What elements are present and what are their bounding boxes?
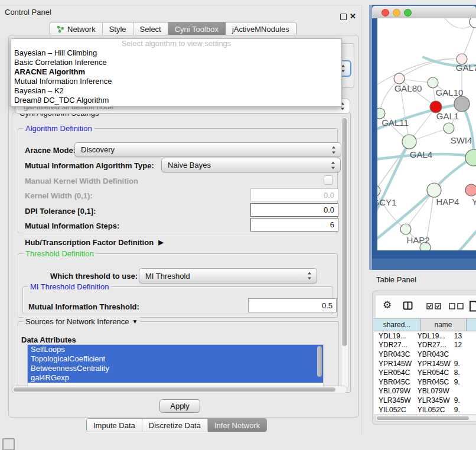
- hub-definition-section[interactable]: Hub/Transcription Factor Definition ▶: [25, 238, 164, 247]
- column-header-name[interactable]: name: [420, 318, 467, 331]
- list-scrollbar-thumb[interactable]: [317, 346, 322, 377]
- table-row[interactable]: YPR145WYPR145W9.: [374, 359, 476, 369]
- tab-label: Select: [140, 25, 161, 34]
- algorithm-item-dream8-dc-tdc-algorithm[interactable]: Dream8 DC_TDC Algorithm: [11, 96, 341, 105]
- column-view-icon[interactable]: [403, 301, 413, 311]
- kernel-width-label: Kernel Width (0,1):: [25, 191, 93, 200]
- cell-name: YBR043C: [413, 350, 452, 358]
- gear-icon[interactable]: ⚙: [383, 299, 392, 311]
- network-canvas[interactable]: GAL7GAL80GAL10GAL1GAL11GAL4SWI4GCY1HAP4Y…: [377, 18, 476, 250]
- mi-steps-field[interactable]: 6: [250, 218, 338, 231]
- network-node[interactable]: [394, 73, 405, 84]
- mi-threshold-field[interactable]: 0.5: [248, 298, 337, 312]
- network-edge: [377, 191, 406, 229]
- float-window-icon[interactable]: [340, 14, 347, 20]
- table-row[interactable]: YBR045CYBR045C9.: [374, 377, 476, 387]
- mi-algorithm-type-combo[interactable]: Naive Bayes: [161, 158, 341, 172]
- popup-placeholder: Select algorithm to view settings: [11, 39, 341, 48]
- attribute-item-topologicalcoefficient[interactable]: TopologicalCoefficient: [28, 354, 323, 364]
- table-row[interactable]: YER054CYER054C8.: [374, 368, 476, 377]
- table-hscrollbar-thumb[interactable]: [377, 416, 469, 420]
- table-row[interactable]: YBL079WYBL079W: [374, 387, 476, 396]
- deselect-all-columns-icon[interactable]: [449, 303, 464, 309]
- algorithm-item-mutual-information-inference[interactable]: Mutual Information Inference: [11, 77, 341, 86]
- new-table-icon[interactable]: [469, 301, 476, 312]
- cell-value: 9.: [452, 378, 476, 386]
- dpi-tolerance-field[interactable]: 0.0: [250, 203, 338, 217]
- table-row[interactable]: YIL052CYIL052C9.: [374, 405, 476, 414]
- close-panel-icon[interactable]: ✕: [350, 12, 356, 21]
- table-row[interactable]: YLR345WYLR345W9.: [374, 396, 476, 405]
- cell-name: YLR345W: [413, 396, 452, 405]
- which-threshold-combo[interactable]: MI Threshold: [139, 268, 317, 283]
- network-node[interactable]: [454, 96, 470, 112]
- zoom-traffic-light[interactable]: [404, 9, 412, 17]
- settings-scrollbar-thumb[interactable]: [342, 118, 347, 346]
- cell-name: YDR27...: [413, 341, 452, 349]
- combo-arrows-icon: [341, 65, 345, 73]
- network-node[interactable]: [465, 184, 476, 196]
- network-node[interactable]: [402, 135, 416, 149]
- aracne-mode-combo[interactable]: Discovery: [74, 142, 341, 157]
- mi-threshold-label: Mutual Information Threshold:: [28, 302, 139, 311]
- table-row[interactable]: YDR27...YDR27...12: [374, 341, 476, 350]
- attribute-item-betweennesscentrality[interactable]: BetweennessCentrality: [28, 364, 323, 373]
- manual-kernel-label: Manual Kernel Width Definition: [25, 177, 138, 185]
- tab-cyni-toolbox[interactable]: Cyni Toolbox: [168, 22, 226, 35]
- network-node[interactable]: [444, 123, 454, 133]
- settings-hscrollbar-thumb[interactable]: [14, 387, 335, 392]
- settings-scrollbar-track[interactable]: [341, 116, 349, 389]
- network-node[interactable]: [377, 185, 380, 196]
- collapse-down-icon[interactable]: ▼: [132, 318, 138, 325]
- network-node[interactable]: [465, 149, 476, 166]
- cell-value: 9.: [452, 406, 476, 414]
- table-row[interactable]: YBR043CYBR043C: [374, 350, 476, 359]
- algorithm-item-bayesian-hill-climbing[interactable]: Bayesian – Hill Climbing: [11, 48, 341, 58]
- column-header-cut[interactable]: [467, 318, 476, 331]
- settings-hscrollbar-track[interactable]: [12, 386, 347, 393]
- kernel-width-field[interactable]: 0.0: [250, 188, 338, 201]
- tab-infer-network[interactable]: Infer Network: [208, 419, 266, 432]
- data-attributes-list[interactable]: SelfLoopsTopologicalCoefficientBetweenne…: [27, 344, 324, 387]
- tab-select[interactable]: Select: [133, 22, 168, 35]
- tab-network[interactable]: Network: [50, 22, 103, 35]
- dpi-tolerance-label: DPI Tolerance [0,1]:: [25, 207, 96, 216]
- select-all-columns-icon[interactable]: [426, 303, 442, 309]
- minimize-traffic-light[interactable]: [393, 9, 400, 17]
- expand-right-icon[interactable]: ▶: [158, 239, 163, 246]
- combo-arrows-icon: [331, 161, 335, 169]
- mi-algorithm-type-value: Naive Bayes: [168, 161, 211, 169]
- tab-label: Cyni Toolbox: [175, 25, 219, 34]
- table-panel-title: Table Panel: [376, 275, 416, 284]
- network-view-window: GAL7GAL80GAL10GAL1GAL11GAL4SWI4GCY1HAP4Y…: [372, 6, 476, 259]
- network-icon: [57, 25, 64, 33]
- attribute-item-selfloops[interactable]: SelfLoops: [28, 345, 323, 354]
- panel-grip-button[interactable]: [2, 438, 15, 450]
- tab-discretize-data[interactable]: Discretize Data: [142, 419, 208, 432]
- group-title: Sources for Network Inference ▼: [23, 317, 140, 326]
- table-hscrollbar-track[interactable]: [375, 415, 476, 422]
- cell-shared-name: YER054C: [374, 369, 413, 377]
- algorithm-item-aracne-algorithm[interactable]: ARACNE Algorithm: [11, 67, 341, 77]
- column-header-shared-name[interactable]: shared...: [374, 318, 420, 331]
- network-node[interactable]: [400, 224, 411, 234]
- apply-button[interactable]: Apply: [159, 399, 200, 413]
- tab-jactivemnodules[interactable]: jActiveMNodules: [226, 22, 296, 35]
- network-node-label: SWI4: [451, 135, 472, 145]
- algorithm-item-basic-correlation-inference[interactable]: Basic Correlation Inference: [11, 58, 341, 67]
- tab-impute-data[interactable]: Impute Data: [87, 419, 142, 432]
- network-node-label: GAL1: [436, 111, 459, 121]
- cell-name: YIL052C: [413, 406, 452, 414]
- network-window-titlebar[interactable]: [372, 6, 476, 19]
- attribute-item-gal4rgexp[interactable]: gal4RGexp: [28, 373, 323, 383]
- tab-style[interactable]: Style: [103, 22, 133, 35]
- algorithm-item-bayesian-k2[interactable]: Bayesian – K2: [11, 86, 341, 96]
- network-node[interactable]: [427, 183, 441, 197]
- cell-shared-name: YPR145W: [374, 360, 413, 368]
- cell-value: 9.: [452, 396, 476, 405]
- close-traffic-light[interactable]: [382, 9, 389, 17]
- network-node[interactable]: [428, 77, 438, 88]
- table-row[interactable]: YDL19...YDL19...13: [374, 331, 476, 341]
- manual-kernel-checkbox[interactable]: [324, 175, 333, 185]
- tab-label: Impute Data: [93, 421, 135, 430]
